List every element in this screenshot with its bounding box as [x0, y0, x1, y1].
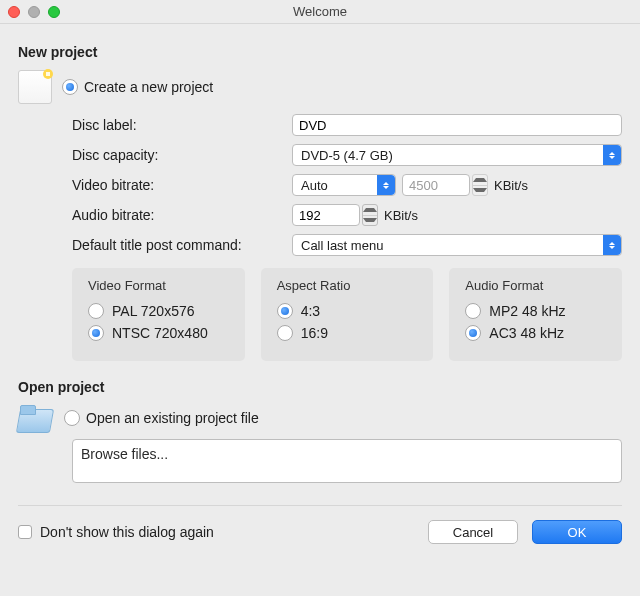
dont-show-again-label: Don't show this dialog again: [40, 524, 214, 540]
video-format-title: Video Format: [88, 278, 229, 293]
aspect-43-radio[interactable]: [277, 303, 293, 319]
audio-format-group: Audio Format MP2 48 kHz AC3 48 kHz: [449, 268, 622, 361]
open-existing-radio[interactable]: [64, 410, 80, 426]
separator: [18, 505, 622, 506]
mp2-label: MP2 48 kHz: [489, 303, 565, 319]
audio-bitrate-stepper[interactable]: [362, 204, 378, 226]
ntsc-label: NTSC 720x480: [112, 325, 208, 341]
open-existing-label: Open an existing project file: [86, 410, 259, 426]
aspect-43-label: 4:3: [301, 303, 320, 319]
disc-capacity-select[interactable]: DVD-5 (4.7 GB): [292, 144, 622, 166]
new-project-icon: [18, 70, 52, 104]
audio-bitrate-unit: KBit/s: [384, 208, 418, 223]
cancel-button[interactable]: Cancel: [428, 520, 518, 544]
aspect-169-label: 16:9: [301, 325, 328, 341]
dropdown-arrows-icon: [377, 175, 395, 195]
audio-format-title: Audio Format: [465, 278, 606, 293]
aspect-169-radio[interactable]: [277, 325, 293, 341]
video-format-group: Video Format PAL 720x576 NTSC 720x480: [72, 268, 245, 361]
dropdown-arrows-icon: [603, 145, 621, 165]
new-project-heading: New project: [18, 44, 622, 60]
ntsc-radio[interactable]: [88, 325, 104, 341]
disc-label-input[interactable]: [292, 114, 622, 136]
audio-bitrate-label: Audio bitrate:: [72, 207, 292, 223]
browse-files-box[interactable]: Browse files...: [72, 439, 622, 483]
aspect-ratio-group: Aspect Ratio 4:3 16:9: [261, 268, 434, 361]
disc-label-label: Disc label:: [72, 117, 292, 133]
dropdown-arrows-icon: [603, 235, 621, 255]
post-command-select[interactable]: Call last menu: [292, 234, 622, 256]
titlebar: Welcome: [0, 0, 640, 24]
create-new-project-label: Create a new project: [84, 79, 213, 95]
zoom-icon[interactable]: [48, 6, 60, 18]
ok-button[interactable]: OK: [532, 520, 622, 544]
aspect-ratio-title: Aspect Ratio: [277, 278, 418, 293]
close-icon[interactable]: [8, 6, 20, 18]
pal-label: PAL 720x576: [112, 303, 195, 319]
pal-radio[interactable]: [88, 303, 104, 319]
traffic-lights: [8, 6, 60, 18]
open-project-heading: Open project: [18, 379, 622, 395]
minimize-icon: [28, 6, 40, 18]
ac3-label: AC3 48 kHz: [489, 325, 564, 341]
dont-show-again-checkbox[interactable]: [18, 525, 32, 539]
audio-bitrate-input[interactable]: [292, 204, 360, 226]
create-new-project-radio[interactable]: [62, 79, 78, 95]
window-title: Welcome: [0, 4, 640, 19]
ac3-radio[interactable]: [465, 325, 481, 341]
video-bitrate-unit: KBit/s: [494, 178, 528, 193]
video-bitrate-stepper: [472, 174, 488, 196]
video-bitrate-select[interactable]: Auto: [292, 174, 396, 196]
video-bitrate-input: [402, 174, 470, 196]
post-command-label: Default title post command:: [72, 237, 292, 253]
disc-capacity-label: Disc capacity:: [72, 147, 292, 163]
video-bitrate-label: Video bitrate:: [72, 177, 292, 193]
mp2-radio[interactable]: [465, 303, 481, 319]
open-folder-icon: [18, 405, 54, 431]
